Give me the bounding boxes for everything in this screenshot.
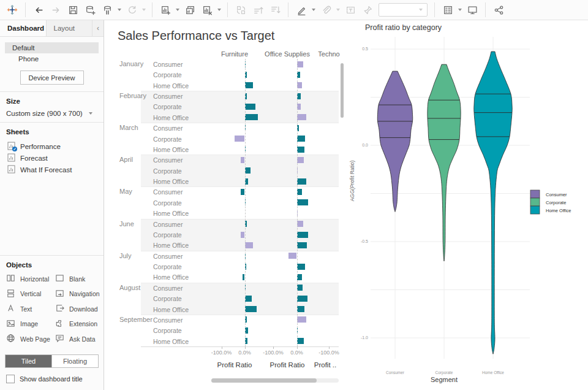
group-caret-icon[interactable] (336, 9, 340, 11)
bar-mark[interactable] (297, 178, 306, 185)
bar-mark[interactable] (297, 199, 308, 205)
highlight-caret-icon[interactable] (312, 9, 315, 11)
object-item-download[interactable]: Download (55, 304, 100, 314)
bar-mark[interactable] (297, 221, 303, 227)
axis-line[interactable] (141, 346, 339, 347)
bar-mark[interactable] (297, 274, 302, 280)
violin-mark-consumer[interactable] (377, 71, 412, 212)
group-members-button[interactable] (318, 2, 333, 17)
sheet-item-what-if-forecast[interactable]: What If Forecast (6, 164, 97, 175)
bar-mark[interactable] (288, 253, 297, 259)
bar-mark[interactable] (245, 114, 258, 120)
undo-button[interactable] (31, 2, 46, 17)
show-mark-labels-button[interactable] (343, 2, 358, 17)
size-dropdown[interactable]: Custom size (900 x 700) (6, 110, 97, 117)
show-cards-caret-icon[interactable] (458, 9, 462, 11)
bar-mark[interactable] (245, 296, 252, 302)
sheet-item-forecast[interactable]: Forecast (6, 152, 97, 164)
share-button[interactable] (491, 2, 506, 17)
run-updates-caret-icon[interactable] (142, 9, 146, 11)
axis-tick[interactable] (273, 346, 274, 349)
bar-mark[interactable] (297, 114, 306, 120)
month-separator[interactable] (141, 315, 339, 315)
device-preview-button[interactable]: Device Preview (20, 71, 84, 85)
new-dashboard-button[interactable] (183, 2, 197, 17)
bar-mark[interactable] (297, 189, 302, 195)
bar-mark[interactable] (297, 82, 302, 88)
sheet-item-performance[interactable]: ✓Performance (6, 140, 97, 152)
bar-mark[interactable] (297, 306, 304, 312)
clear-sheet-caret-icon[interactable] (217, 9, 221, 11)
bar-mark[interactable] (297, 264, 305, 270)
month-separator[interactable] (141, 283, 339, 283)
show-dashboard-title-checkbox[interactable] (6, 375, 15, 383)
bar-mark[interactable] (245, 306, 257, 312)
legend-swatch[interactable] (530, 190, 540, 198)
sort-ascending-button[interactable] (251, 2, 265, 17)
horizontal-scrollbar-thumb[interactable] (211, 378, 317, 383)
new-sheet-caret-icon[interactable] (176, 9, 179, 11)
pause-updates-caret-icon[interactable] (118, 9, 121, 11)
bar-mark[interactable] (241, 157, 245, 163)
object-item-extension[interactable]: Extension (55, 319, 100, 329)
redo-button[interactable] (48, 2, 63, 17)
violin-mark-corporate[interactable] (428, 64, 461, 261)
bar-mark[interactable] (235, 136, 244, 142)
vertical-scrollbar[interactable] (341, 63, 344, 118)
new-worksheet-button[interactable] (158, 2, 173, 17)
month-separator[interactable] (141, 123, 339, 123)
object-item-navigation[interactable]: Navigation (55, 289, 100, 299)
axis-tick[interactable] (222, 346, 222, 349)
tiled-button[interactable]: Tiled (6, 355, 51, 367)
object-item-text[interactable]: Text (6, 304, 55, 314)
bar-mark[interactable] (297, 147, 305, 153)
tab-dashboard[interactable]: Dashboard (0, 20, 47, 36)
bar-mark[interactable] (297, 136, 306, 142)
month-separator[interactable] (141, 219, 339, 220)
month-separator[interactable] (141, 91, 339, 91)
bar-mark[interactable] (241, 232, 245, 238)
bar-mark[interactable] (297, 338, 304, 344)
fit-dropdown[interactable] (379, 3, 428, 17)
clear-sheet-button[interactable] (200, 2, 214, 17)
bar-mark[interactable] (297, 242, 307, 248)
bar-mark[interactable] (297, 61, 303, 67)
fix-axes-button[interactable] (360, 2, 375, 17)
bar-mark[interactable] (297, 104, 301, 110)
object-item-image[interactable]: Image (6, 319, 55, 329)
bar-mark[interactable] (297, 285, 303, 291)
bar-mark[interactable] (245, 167, 251, 174)
sort-descending-button[interactable] (268, 2, 282, 17)
violin-mark-home-office[interactable] (474, 52, 512, 354)
pause-auto-updates-button[interactable] (100, 2, 115, 17)
bar-mark[interactable] (297, 157, 304, 163)
bar-mark[interactable] (297, 316, 306, 323)
zero-reference-line[interactable] (297, 59, 298, 346)
collapse-pane-icon[interactable]: ‹ (92, 20, 104, 36)
legend-swatch[interactable] (530, 206, 540, 214)
object-item-vertical[interactable]: Vertical (6, 289, 55, 299)
axis-tick[interactable] (297, 346, 298, 349)
device-item-default[interactable]: Default (5, 42, 99, 53)
object-item-horizontal[interactable]: Horizontal (6, 273, 55, 284)
month-separator[interactable] (141, 186, 339, 187)
bar-mark[interactable] (297, 232, 308, 238)
bar-mark[interactable] (245, 242, 254, 248)
object-item-ask-data[interactable]: Ask Data (55, 334, 100, 344)
bar-mark[interactable] (245, 82, 254, 88)
run-auto-updates-button[interactable] (124, 2, 139, 17)
new-data-source-button[interactable] (83, 2, 97, 17)
save-button[interactable] (66, 2, 80, 17)
show-cards-button[interactable] (440, 2, 455, 17)
object-item-web-page[interactable]: Web Page (6, 334, 55, 344)
presentation-mode-button[interactable] (465, 2, 480, 17)
legend-swatch[interactable] (530, 198, 540, 206)
floating-button[interactable]: Floating (51, 355, 98, 367)
bar-mark[interactable] (245, 104, 255, 110)
device-item-phone[interactable]: Phone (5, 53, 99, 64)
tab-layout[interactable]: Layout (47, 20, 93, 36)
month-separator[interactable] (141, 251, 339, 251)
bar-mark[interactable] (297, 296, 307, 302)
zero-reference-line[interactable] (245, 59, 246, 346)
object-item-blank[interactable]: Blank (55, 273, 100, 284)
